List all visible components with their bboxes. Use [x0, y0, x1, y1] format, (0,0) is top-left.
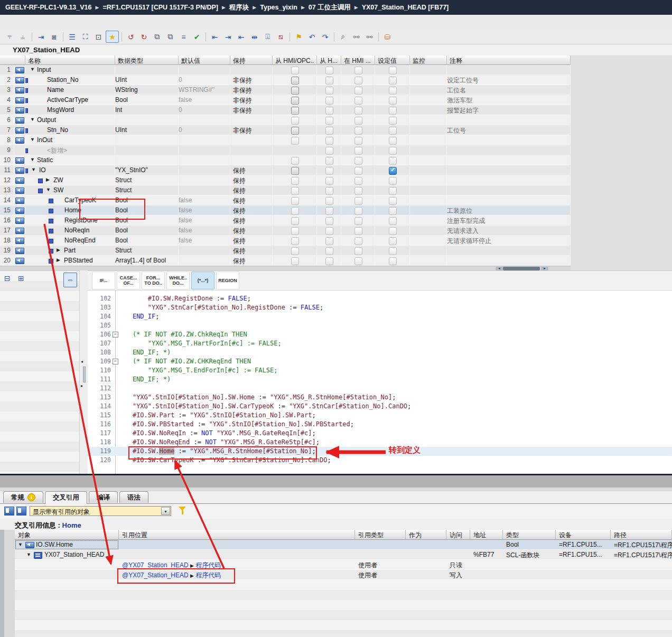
chevron-right-icon[interactable]: ▶ — [57, 247, 60, 252]
chevron-down-icon[interactable]: ▼ — [26, 552, 31, 557]
breadcrumb-item[interactable]: 07 工位主调用 — [309, 3, 351, 12]
checkbox[interactable] — [354, 227, 362, 235]
checkbox[interactable] — [325, 247, 333, 255]
checkbox[interactable] — [291, 257, 299, 265]
checkbox[interactable] — [354, 157, 362, 165]
breadcrumb-item[interactable]: 程序块 — [229, 3, 249, 12]
xref-table[interactable]: 对象引用位置引用类型作为访问地址类型设备路径 ▼IO.SW.HomeBool=R… — [0, 530, 672, 637]
checkbox[interactable] — [389, 97, 397, 105]
checkbox[interactable] — [389, 257, 397, 265]
checkbox[interactable] — [291, 77, 299, 85]
insert-while-button[interactable]: WHILE..DO... — [166, 271, 190, 289]
block-interface-table[interactable]: 名称数据类型默认值保持从 HMI/OPC..从 H...在 HMI ...设定值… — [0, 55, 571, 266]
expand-all-rows-icon[interactable]: ☰ — [66, 31, 78, 42]
copy-start-values-icon[interactable]: ⧉ — [164, 31, 176, 42]
checkbox[interactable] — [389, 107, 397, 115]
checkbox[interactable] — [354, 177, 362, 185]
chevron-down-icon[interactable]: ▼ — [30, 117, 35, 122]
checkbox[interactable] — [354, 87, 362, 95]
split-editor-button[interactable]: ⇔ — [63, 273, 77, 287]
checkbox[interactable] — [354, 217, 362, 225]
chevron-down-icon[interactable]: ▼ — [18, 542, 23, 547]
code-line[interactable]: 109− (* IF NOT #IO.ZW.CHKReqEnd THEN — [88, 357, 672, 366]
checkbox[interactable] — [389, 67, 397, 74]
checkbox[interactable] — [291, 67, 299, 74]
checkbox[interactable] — [389, 237, 397, 245]
checkbox[interactable] — [389, 197, 397, 205]
variable-name[interactable]: NoReqIn — [64, 227, 89, 234]
data-log-icon[interactable]: ⛁ — [381, 31, 394, 42]
xref-row[interactable] — [15, 580, 672, 590]
variable-name[interactable]: Static — [37, 156, 53, 164]
table-row[interactable]: 18NoReqEndBoolfalse保持无请求循环停止 — [0, 236, 571, 246]
keep-actual-values-icon[interactable]: ◙ — [48, 31, 60, 42]
checkbox[interactable] — [389, 217, 397, 225]
xref-object-name[interactable]: YX07_Station_HEAD — [44, 551, 104, 558]
chevron-down-icon[interactable]: ▼ — [31, 167, 36, 172]
checkbox[interactable] — [354, 247, 362, 255]
code-line[interactable]: 105 — [88, 321, 672, 330]
tab-syntax[interactable]: 语法 — [119, 491, 148, 503]
table-row[interactable]: 4ActiveCarTypeBoolfalse非保持激活车型 — [0, 95, 571, 105]
tab-general[interactable]: 常规i — [3, 491, 43, 503]
breadcrumb-item[interactable]: Types_yixin — [260, 4, 297, 11]
checkbox[interactable] — [354, 257, 362, 265]
insert-if-button[interactable]: IF... — [92, 271, 115, 289]
checkbox[interactable] — [389, 127, 397, 135]
checkbox[interactable] — [325, 227, 333, 235]
checkbox-checked[interactable] — [389, 167, 397, 175]
code-line[interactable]: 116 #IO.SW.PBStarted := "YXG".StnIO[#Sta… — [88, 420, 672, 429]
checkbox[interactable] — [389, 187, 397, 195]
checkbox[interactable] — [354, 137, 362, 145]
reset-start-values-icon[interactable]: ↺ — [125, 31, 137, 42]
checkbox[interactable] — [325, 137, 333, 145]
checkbox[interactable] — [291, 97, 299, 105]
expand-members-icon[interactable]: ≡ — [178, 31, 190, 42]
table-row[interactable]: 2Station_NoUInt0非保持设定工位号 — [0, 75, 571, 85]
variable-name[interactable]: Part — [64, 247, 76, 254]
variable-name[interactable]: Input — [37, 66, 51, 73]
variable-name[interactable]: PBStarted — [64, 257, 93, 264]
variable-name[interactable]: RegistDone — [64, 217, 98, 224]
checkbox[interactable] — [389, 207, 397, 215]
filter-funnel-icon[interactable] — [179, 507, 187, 515]
checkbox[interactable] — [325, 67, 333, 74]
table-row[interactable]: 11▼IO"YX_StnIO"保持 — [0, 165, 571, 175]
xref-row[interactable] — [15, 620, 672, 630]
xref-object-name[interactable]: IO.SW.Home — [36, 541, 73, 548]
code-line[interactable]: 102 #IO.SW.RegistDone := FALSE; — [88, 294, 672, 303]
checkbox[interactable] — [325, 127, 333, 135]
table-row[interactable]: 8▼InOut — [0, 135, 571, 145]
table-row[interactable]: 12▶ZWStruct保持 — [0, 175, 571, 185]
checkbox[interactable] — [354, 117, 362, 125]
checkbox[interactable] — [291, 157, 299, 165]
xref-location-link[interactable]: @YX07_Station_HEAD — [122, 572, 189, 579]
chevron-down-icon[interactable]: ▼ — [30, 137, 35, 142]
checkbox[interactable] — [291, 117, 299, 125]
variable-name[interactable]: MsgWord — [47, 106, 74, 114]
checkbox[interactable] — [325, 197, 333, 205]
checkbox[interactable] — [325, 187, 333, 195]
xref-row[interactable]: ▼IO.SW.HomeBool=RF1.CPU15...=RF1.CPU1517… — [15, 540, 672, 550]
xref-row[interactable] — [15, 630, 672, 637]
insert-for-button[interactable]: FOR...TO DO.. — [142, 271, 165, 289]
checkbox[interactable] — [325, 217, 333, 225]
monitor-snapshot-icon[interactable]: ★ — [106, 31, 119, 43]
code-line[interactable]: 110 "YXG".MSG_T.EndForIn[#c] := FALSE; — [88, 366, 672, 375]
variable-name[interactable]: IO — [39, 166, 46, 174]
insert-region-button[interactable]: REGION — [216, 271, 239, 289]
chevron-right-icon[interactable]: ▶ — [46, 177, 50, 182]
scroll-left-button[interactable]: ◄ — [496, 267, 503, 270]
breadcrumb-item[interactable]: YX07_Station_HEAD [FB77] — [362, 4, 449, 11]
checkbox[interactable] — [325, 147, 333, 155]
xref-location-link[interactable]: 程序代码 — [195, 561, 221, 569]
open-block-icon[interactable]: ⛶ — [79, 31, 91, 42]
variable-name[interactable]: Output — [37, 116, 56, 124]
status-strip[interactable] — [0, 475, 672, 488]
chevron-down-icon[interactable]: ▼ — [30, 157, 35, 162]
variable-name[interactable]: CarTypeoK — [64, 196, 96, 204]
xref-row[interactable] — [15, 610, 672, 620]
checkbox[interactable] — [325, 157, 333, 165]
checkbox[interactable] — [389, 227, 397, 235]
checkbox[interactable] — [389, 177, 397, 185]
